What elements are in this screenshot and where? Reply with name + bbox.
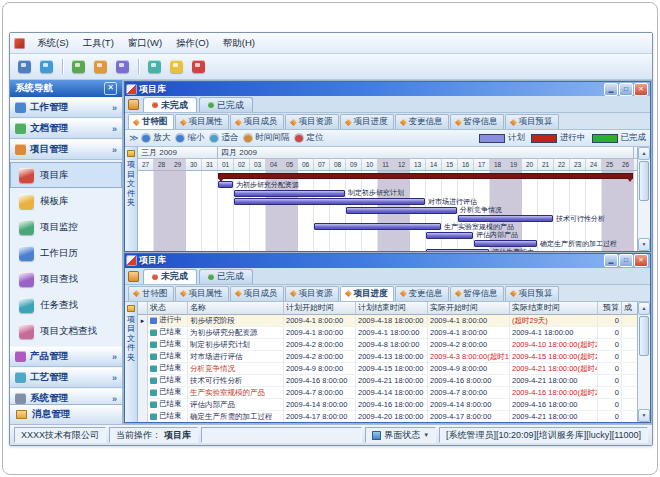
tab-gantt[interactable]: 甘特图	[128, 286, 174, 301]
lock-button[interactable]	[167, 57, 186, 76]
tab-finished[interactable]: 已完成	[199, 269, 253, 284]
ui-state-dropdown[interactable]: 界面状态	[365, 427, 436, 443]
tab-pause-info[interactable]: 暂停信息	[450, 286, 504, 301]
table-row[interactable]: 已结束对市场进行评估2009-4-2 8:00:002009-4-13 18:0…	[138, 351, 637, 363]
tab-change-info[interactable]: 变更信息	[395, 286, 449, 301]
scroll-down-icon[interactable]	[638, 238, 650, 251]
close-button[interactable]	[634, 254, 648, 267]
menu-item[interactable]: 操作(O)	[169, 35, 216, 52]
gantt-bar-market-evaluation[interactable]	[234, 198, 425, 205]
column-header-cost[interactable]: 成	[622, 302, 637, 315]
tab-unfinished[interactable]: 未完成	[143, 269, 197, 284]
close-button[interactable]	[634, 83, 648, 96]
gantt-window-titlebar[interactable]: 项目库	[125, 82, 650, 96]
table-window-titlebar[interactable]: 项目库	[125, 254, 650, 268]
gantt-tool-fit[interactable]: 适合	[210, 132, 238, 144]
tab-unfinished[interactable]: 未完成	[143, 97, 197, 112]
menu-item[interactable]: 系统(S)	[30, 35, 76, 52]
sidebar-item-project-doc-search[interactable]: 项目文档查找	[10, 318, 122, 344]
column-header-status[interactable]: 状态	[148, 302, 188, 315]
menu-item[interactable]: 工具(T)	[76, 35, 121, 52]
table-row[interactable]: 已结束确定生产所需的加工过程2009-4-17 8:00:002009-4-20…	[138, 411, 637, 423]
tab-gantt[interactable]: 甘特图	[128, 114, 174, 129]
gantt-vertical-scrollbar[interactable]	[637, 147, 650, 251]
gantt-tool-time-interval[interactable]: 时间间隔	[244, 132, 289, 144]
tab-members[interactable]: 项目成员	[230, 114, 284, 129]
scrollbar-thumb[interactable]	[639, 161, 649, 201]
table-row[interactable]: 已结束评估内部产品2009-4-14 8:00:002009-4-16 18:0…	[138, 399, 637, 411]
sidebar-tab-message-management[interactable]: 消息管理	[10, 404, 122, 424]
gantt-tool-locate[interactable]: 定位	[295, 132, 323, 144]
sidebar-close-icon[interactable]	[104, 82, 117, 95]
calendar-button[interactable]	[113, 57, 132, 76]
table-row[interactable]: 已结束分析竞争情况2009-4-9 8:00:002009-4-15 18:00…	[138, 363, 637, 375]
sidebar-group-document-management[interactable]: 文档管理	[10, 118, 122, 139]
minimize-button[interactable]	[604, 83, 618, 96]
tab-budget[interactable]: 项目预算	[505, 114, 559, 129]
tab-members[interactable]: 项目成员	[230, 286, 284, 301]
table-vertical-scrollbar[interactable]	[637, 302, 650, 423]
column-header-name[interactable]: 名称	[188, 302, 284, 315]
tab-pause-info[interactable]: 暂停信息	[450, 114, 504, 129]
sidebar-group-system-management[interactable]: 系统管理	[10, 388, 122, 404]
column-header-indicator[interactable]	[138, 302, 148, 315]
gantt-bar-allocate-resources[interactable]	[218, 181, 233, 188]
column-header-actual-start[interactable]: 实际开始时间	[428, 302, 510, 315]
sidebar-item-work-calendar[interactable]: 工作日历	[10, 240, 122, 266]
tab-finished[interactable]: 已完成	[199, 97, 253, 112]
gantt-tool-zoom-in[interactable]: 放大	[142, 132, 170, 144]
report-button[interactable]	[91, 57, 110, 76]
gantt-bar-initial-research-plan[interactable]	[234, 190, 345, 197]
project-folder-strip[interactable]: 项目文件夹	[125, 147, 138, 251]
sidebar-item-template-library[interactable]: 模板库	[10, 188, 122, 214]
gantt-bar-capacity-evaluation[interactable]	[426, 249, 489, 251]
sidebar-item-project-monitor[interactable]: 项目监控	[10, 214, 122, 240]
tab-change-info[interactable]: 变更信息	[395, 114, 449, 129]
scroll-up-icon[interactable]	[638, 302, 650, 315]
scroll-up-icon[interactable]	[638, 147, 650, 160]
minimize-button[interactable]	[604, 254, 618, 267]
menu-item[interactable]: 帮助(H)	[216, 35, 262, 52]
sidebar-group-work-management[interactable]: 工作管理	[10, 97, 122, 118]
toolbar-chevron-icon[interactable]	[129, 133, 138, 143]
column-header-plan-start[interactable]: 计划开始时间	[284, 302, 356, 315]
gantt-bar-competition-analysis[interactable]	[346, 207, 457, 214]
tab-attributes[interactable]: 项目属性	[175, 286, 229, 301]
project-window-button[interactable]	[69, 57, 88, 76]
gantt-bar-lab-scale-product[interactable]	[314, 223, 441, 230]
scrollbar-track[interactable]	[638, 202, 650, 238]
column-header-budget[interactable]: 预算	[598, 302, 622, 315]
tab-progress[interactable]: 项目进度	[340, 286, 394, 301]
gantt-bar-initial-research-phase[interactable]	[218, 173, 633, 179]
gantt-tool-zoom-out[interactable]: 缩小	[176, 132, 204, 144]
sidebar-group-product-management[interactable]: 产品管理	[10, 346, 122, 367]
project-folder-strip[interactable]: 项目文件夹	[125, 302, 138, 423]
sidebar-group-process-management[interactable]: 工艺管理	[10, 367, 122, 388]
table-row[interactable]: 已结束生产实验室规模的产品2009-4-7 8:00:002009-4-14 1…	[138, 387, 637, 399]
tab-attributes[interactable]: 项目属性	[175, 114, 229, 129]
browser-button[interactable]	[37, 57, 56, 76]
sidebar-item-task-search[interactable]: 任务查找	[10, 292, 122, 318]
table-row[interactable]: 已结束制定初步研究计划2009-4-2 8:00:002009-4-8 18:0…	[138, 339, 637, 351]
scrollbar-track[interactable]	[638, 357, 650, 410]
tab-resources[interactable]: 项目资源	[285, 114, 339, 129]
calculator-button[interactable]	[145, 57, 164, 76]
save-button[interactable]	[15, 57, 34, 76]
scroll-down-icon[interactable]	[638, 409, 650, 422]
maximize-button[interactable]	[619, 254, 633, 267]
tab-budget[interactable]: 项目预算	[505, 286, 559, 301]
table-row[interactable]: 进行中初步研究阶段2009-4-1 8:00:002009-4-18 18:00…	[138, 315, 637, 327]
tab-resources[interactable]: 项目资源	[285, 286, 339, 301]
menu-item[interactable]: 窗口(W)	[121, 35, 169, 52]
sidebar-item-project-search[interactable]: 项目查找	[10, 266, 122, 292]
sidebar-item-project-library[interactable]: 项目库	[10, 162, 122, 188]
exit-button[interactable]	[189, 57, 208, 76]
gantt-bar-internal-product-eval[interactable]	[426, 232, 473, 239]
maximize-button[interactable]	[619, 83, 633, 96]
column-header-plan-end[interactable]: 计划结束时间	[356, 302, 428, 315]
column-header-actual-end[interactable]: 实际结束时间	[510, 302, 598, 315]
scrollbar-thumb[interactable]	[639, 316, 649, 356]
table-row[interactable]: 已结束为初步研究分配资源2009-4-1 8:00:002009-4-1 18:…	[138, 327, 637, 339]
tab-progress[interactable]: 项目进度	[340, 114, 394, 129]
sidebar-group-project-management[interactable]: 项目管理	[10, 139, 122, 160]
